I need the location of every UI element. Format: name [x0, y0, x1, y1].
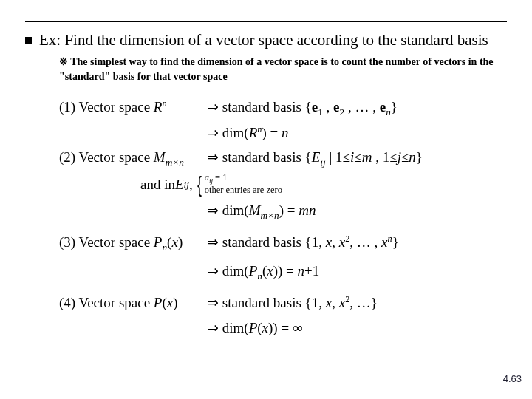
t: , 1≤ [372, 149, 397, 165]
t: n [257, 270, 262, 282]
t: (1) Vector space [59, 99, 154, 115]
t: x [262, 320, 268, 335]
t: ⇒ standard basis [207, 99, 305, 115]
item-3-label: (3) Vector space Pn(x) [59, 230, 207, 256]
t: ⇒ standard basis {1, [207, 234, 326, 250]
t: x [326, 295, 332, 310]
t: e [333, 99, 339, 115]
t: n [298, 263, 305, 279]
t: , [332, 295, 339, 310]
title-row: Ex: Find the dimension of a vector space… [25, 30, 507, 50]
t: n [282, 125, 289, 140]
t: (2) Vector space [59, 149, 154, 165]
t: ⇒ dim( [207, 320, 249, 335]
t: = 1 [213, 172, 228, 183]
t: ⇒ standard basis {1, [207, 295, 326, 310]
item-1-label: (1) Vector space Rn [59, 95, 207, 120]
item-2-row1: (2) Vector space Mm×n ⇒ standard basis {… [59, 145, 507, 171]
item-4-row1: (4) Vector space P(x) ⇒ standard basis {… [59, 290, 507, 315]
t: x [339, 234, 345, 250]
t: E [312, 149, 321, 165]
t: { [305, 99, 312, 115]
item-1-rhs1: ⇒ standard basis {e1 , e2 , … , en} [207, 95, 507, 120]
t: x [267, 263, 273, 279]
note-prefix: ※ [59, 56, 68, 67]
t: ) [173, 295, 177, 310]
t: n [162, 98, 166, 108]
t: mn [299, 202, 316, 218]
items: (1) Vector space Rn ⇒ standard basis {e1… [59, 95, 507, 340]
t: m×n [166, 157, 184, 168]
t: M [249, 202, 261, 218]
t: R [154, 99, 163, 115]
item-4-rhs2: ⇒ dim(P(x)) = ∞ [207, 316, 507, 340]
item-2-label: (2) Vector space Mm×n [59, 145, 207, 171]
t: (4) Vector space [59, 295, 154, 310]
t: and in [140, 172, 175, 197]
t: (3) Vector space [59, 234, 154, 250]
t: ij [184, 179, 189, 190]
t: ) = [279, 202, 299, 218]
t: +1 [304, 263, 319, 279]
t: ) = [262, 125, 282, 140]
t: ⇒ dim( [207, 202, 249, 218]
brace-content: aij = 1 other entries are zero [205, 172, 282, 197]
t: ) [178, 234, 183, 250]
item-1-row1: (1) Vector space Rn ⇒ standard basis {e1… [59, 95, 507, 120]
t: 1 [318, 106, 323, 117]
slide-body: Ex: Find the dimension of a vector space… [0, 0, 532, 347]
t: R [249, 125, 258, 140]
left-brace-icon: { [197, 174, 202, 194]
note-row: ※ The simplest way to find the dimension… [59, 55, 507, 83]
page-number: 4.63 [503, 373, 522, 384]
t: } [392, 234, 399, 250]
item-3-row1: (3) Vector space Pn(x) ⇒ standard basis … [59, 230, 507, 256]
t: x [339, 295, 345, 310]
t: x [326, 234, 332, 250]
note-text: The simplest way to find the dimension o… [59, 56, 494, 82]
item-4-rhs1: ⇒ standard basis {1, x, x2, …} [207, 290, 507, 315]
t: | 1≤ [326, 149, 350, 165]
t: x [171, 234, 177, 250]
t: E [175, 177, 184, 192]
item-2-rhs2: ⇒ dim(Mm×n) = mn [207, 198, 507, 224]
t: } [416, 149, 423, 165]
t: )) = [273, 263, 298, 279]
item-2-eij: and in Eij , { aij = 1 other entries are… [140, 172, 507, 197]
t: , [323, 99, 333, 115]
item-1-rhs2: ⇒ dim(Rn) = n [207, 120, 507, 145]
t: } [391, 99, 398, 115]
t: P [249, 320, 258, 335]
top-rule [25, 21, 507, 22]
item-3-rhs2: ⇒ dim(Pn(x)) = n+1 [207, 259, 507, 284]
t: ⇒ dim( [207, 263, 249, 279]
t: ≤ [401, 149, 409, 165]
t: P [154, 234, 163, 250]
t: ij [320, 157, 325, 168]
t: M [154, 149, 166, 165]
t: e [312, 99, 318, 115]
t: m [362, 149, 372, 165]
t: n [409, 149, 416, 165]
t: ≤ [354, 149, 361, 165]
t: n [386, 106, 391, 117]
t: , … , [349, 234, 381, 250]
item-4-label: (4) Vector space P(x) [59, 290, 207, 315]
t: , … , [344, 99, 380, 115]
item-3-rhs1: ⇒ standard basis {1, x, x2, … , xn} [207, 230, 507, 256]
t: m×n [260, 210, 279, 221]
bullet-icon [25, 37, 32, 44]
t: P [154, 295, 163, 310]
t: other entries are zero [205, 185, 282, 195]
t: , [332, 234, 339, 250]
t: ⇒ standard basis { [207, 149, 312, 165]
t: ⇒ dim( [207, 125, 249, 140]
title-text: Ex: Find the dimension of a vector space… [39, 30, 488, 50]
t: e [380, 99, 386, 115]
t: )) = ∞ [268, 320, 302, 335]
item-2-rhs1: ⇒ standard basis {Eij | 1≤i≤m , 1≤j≤n} [207, 145, 507, 171]
t: P [249, 263, 258, 279]
t: x [167, 295, 173, 310]
t: , [189, 172, 193, 197]
t: , …} [349, 295, 378, 310]
